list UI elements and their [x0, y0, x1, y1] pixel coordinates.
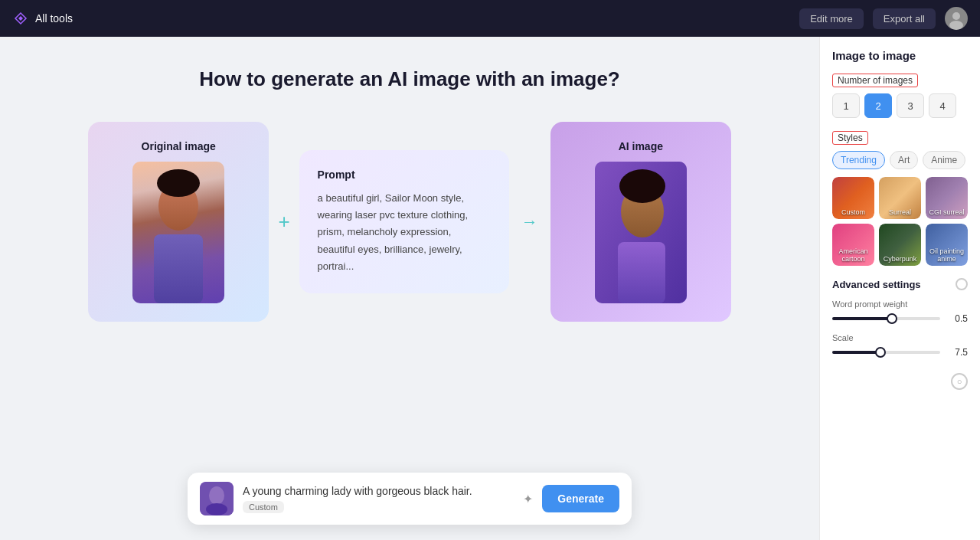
svg-rect-3 — [154, 234, 203, 303]
ai-image-label: AI image — [619, 140, 663, 152]
scale-value: 7.5 — [946, 347, 968, 358]
ai-image-card: AI image — [550, 122, 731, 322]
scale-slider: 7.5 — [832, 347, 968, 358]
scale-label: Scale — [832, 333, 968, 342]
main-layout: How to generate an AI image with an imag… — [0, 37, 980, 540]
style-tab-anime[interactable]: Anime — [923, 151, 965, 169]
original-image-label: Original image — [142, 140, 216, 152]
prompt-input[interactable] — [243, 485, 514, 497]
slider-thumb-1[interactable] — [887, 313, 897, 324]
demo-area: Original image — [88, 122, 731, 322]
svg-rect-7 — [618, 242, 665, 303]
advanced-header: Advanced settings — [832, 278, 968, 290]
sparkle-icon[interactable]: ✦ — [523, 492, 533, 506]
num-btn-1[interactable]: 1 — [832, 93, 860, 118]
original-image-card: Original image — [88, 122, 269, 322]
number-of-images-label: Number of images — [832, 74, 918, 87]
prompt-text: a beautiful girl, Sailor Moon style, wea… — [318, 190, 491, 274]
style-tab-trending[interactable]: Trending — [832, 151, 885, 169]
num-btn-2[interactable]: 2 — [864, 93, 892, 118]
prompt-label: Prompt — [318, 169, 491, 181]
svg-point-1 — [949, 21, 963, 30]
slider-fill-2 — [832, 351, 880, 354]
arrow-connector: → — [509, 212, 550, 232]
edit-more-button[interactable]: Edit more — [799, 8, 864, 29]
svg-point-10 — [209, 486, 224, 505]
original-image — [132, 162, 224, 303]
style-cyberpunk[interactable]: Cyberpunk — [879, 224, 921, 266]
svg-point-0 — [952, 12, 960, 20]
bottom-icons: ✦ — [523, 492, 533, 506]
advanced-toggle[interactable] — [956, 278, 968, 290]
bottom-bar: Custom ✦ Generate — [188, 473, 632, 525]
style-custom[interactable]: Custom — [832, 177, 874, 219]
style-oil-painting[interactable]: Oil painting anime — [926, 224, 968, 266]
generate-button[interactable]: Generate — [542, 485, 619, 512]
advanced-title: Advanced settings — [832, 279, 921, 290]
right-sidebar: Image to image Number of images 1 2 3 4 … — [819, 37, 980, 540]
word-prompt-weight-label: Word prompt weight — [832, 299, 968, 309]
export-all-button[interactable]: Export all — [873, 8, 936, 29]
bottom-input-area: Custom — [243, 484, 514, 513]
style-cgi-surreal[interactable]: CGI surreal — [926, 177, 968, 219]
avatar[interactable] — [945, 7, 968, 30]
word-prompt-weight-value: 0.5 — [946, 313, 968, 324]
num-btn-3[interactable]: 3 — [897, 93, 924, 118]
style-badge: Custom — [243, 501, 284, 513]
style-tabs: Trending Art Anime — [832, 151, 968, 169]
svg-point-11 — [206, 503, 227, 515]
slider-track-2[interactable] — [832, 351, 940, 354]
svg-point-4 — [157, 169, 200, 197]
logo: All tools — [12, 10, 73, 27]
style-surreal[interactable]: Surreal — [879, 177, 921, 219]
prompt-card: Prompt a beautiful girl, Sailor Moon sty… — [299, 150, 509, 293]
logo-icon — [12, 10, 29, 27]
help-icon[interactable]: ○ — [951, 373, 968, 390]
page-title: How to generate an AI image with an imag… — [199, 67, 619, 91]
bottom-thumbnail — [200, 482, 234, 515]
bottom-help: ○ — [832, 367, 968, 390]
advanced-settings: Advanced settings Word prompt weight 0.5… — [832, 278, 968, 358]
style-american-cartoon[interactable]: American cartoon — [832, 224, 874, 266]
header: All tools Edit more Export all — [0, 0, 980, 37]
content-area: How to generate an AI image with an imag… — [0, 37, 819, 540]
styles-label: Styles — [832, 131, 868, 145]
number-buttons: 1 2 3 4 — [832, 93, 968, 118]
slider-fill-1 — [832, 317, 892, 320]
svg-point-8 — [619, 169, 665, 203]
ai-image — [595, 162, 687, 303]
slider-thumb-2[interactable] — [875, 347, 886, 358]
sidebar-title: Image to image — [832, 49, 968, 62]
num-btn-4[interactable]: 4 — [929, 93, 956, 118]
slider-track-1[interactable] — [832, 317, 940, 320]
word-prompt-weight-slider: 0.5 — [832, 313, 968, 324]
logo-text: All tools — [35, 12, 73, 25]
style-tab-art[interactable]: Art — [890, 151, 918, 169]
plus-connector: + — [269, 210, 299, 234]
style-grid: Custom Surreal CGI surreal American cart… — [832, 177, 968, 266]
